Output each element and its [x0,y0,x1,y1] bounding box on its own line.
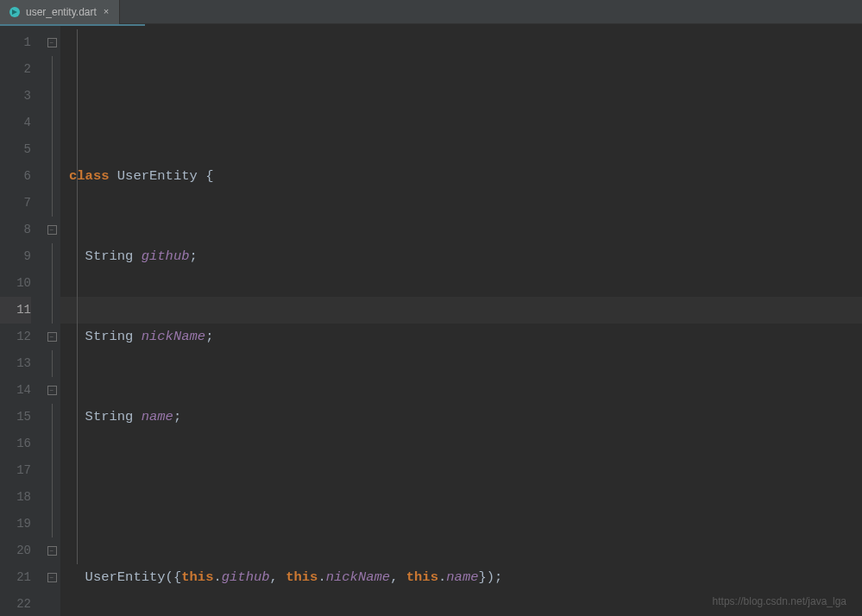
code-line: String name; [69,404,862,431]
line-number: 1 [0,29,31,56]
line-number: 2 [0,56,31,83]
fold-gutter [43,26,60,616]
line-number: 21 [0,564,31,591]
code-line: String github; [69,243,862,270]
line-number: 14 [0,377,31,404]
line-number: 6 [0,163,31,190]
tab-filename: user_entity.dart [26,6,97,18]
line-number: 20 [0,537,31,564]
fold-toggle-icon[interactable] [47,386,57,395]
fold-toggle-icon[interactable] [47,225,57,235]
code-line: String nickName; [69,324,862,350]
code-line: UserEntity({this.github, this.nickName, … [69,564,862,591]
code-line: class UserEntity { [69,163,862,190]
code-area[interactable]: class UserEntity { String github; String… [60,26,862,616]
watermark-text: https://blog.csdn.net/java_lga [713,595,846,607]
line-number: 7 [0,190,31,217]
fold-toggle-icon[interactable] [47,38,57,47]
dart-file-icon [9,6,21,18]
line-number: 18 [0,484,31,511]
line-number: 12 [0,324,31,350]
line-number: 13 [0,350,31,377]
line-number: 22 [0,591,31,616]
fold-toggle-icon[interactable] [47,546,57,556]
close-icon[interactable]: × [102,7,111,17]
fold-toggle-icon[interactable] [47,332,57,342]
line-number: 15 [0,404,31,431]
fold-toggle-icon[interactable] [47,573,57,582]
line-number-gutter: 1 2 3 4 5 6 7 8 9 10 11 12 13 14 15 16 1… [0,26,43,616]
line-number: 17 [0,457,31,484]
code-editor[interactable]: 1 2 3 4 5 6 7 8 9 10 11 12 13 14 15 16 1… [0,26,862,616]
code-line [69,484,862,511]
line-number: 3 [0,83,31,110]
line-number: 8 [0,217,31,243]
line-number: 4 [0,110,31,136]
line-number: 5 [0,136,31,163]
file-tab[interactable]: user_entity.dart × [0,0,120,24]
line-number: 11 [0,297,31,324]
line-number: 9 [0,243,31,270]
current-line-highlight [60,297,862,324]
line-number: 19 [0,511,31,537]
line-number: 10 [0,270,31,297]
tab-bar: user_entity.dart × [0,0,862,24]
line-number: 16 [0,431,31,457]
